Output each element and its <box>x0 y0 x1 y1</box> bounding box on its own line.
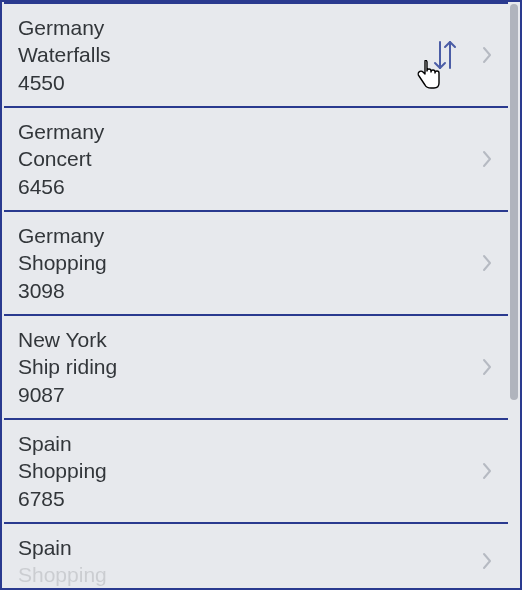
list-item-text: Spain Shopping 6785 <box>18 430 480 512</box>
chevron-right-icon <box>480 356 494 378</box>
value-label: 6456 <box>18 173 480 200</box>
value-label: 4550 <box>18 69 432 96</box>
list-item-text: Germany Concert 6456 <box>18 118 480 200</box>
list-frame: Germany Waterfalls 4550 <box>0 0 522 590</box>
activity-label: Concert <box>18 145 480 172</box>
value-label: 3098 <box>18 277 480 304</box>
activity-label: Shopping <box>18 249 480 276</box>
list-item-text: Germany Shopping 3098 <box>18 222 480 304</box>
list-container: Germany Waterfalls 4550 <box>4 2 508 588</box>
list-item-text: Germany Waterfalls 4550 <box>18 14 432 96</box>
list-item-text: New York Ship riding 9087 <box>18 326 480 408</box>
list-item[interactable]: Germany Waterfalls 4550 <box>4 2 508 108</box>
chevron-right-icon <box>480 44 494 66</box>
location-label: Germany <box>18 222 480 249</box>
list-item-text: Spain Shopping <box>18 534 480 588</box>
value-label: 9087 <box>18 381 480 408</box>
location-label: Germany <box>18 14 432 41</box>
location-label: New York <box>18 326 480 353</box>
chevron-right-icon <box>480 550 494 572</box>
location-label: Germany <box>18 118 480 145</box>
chevron-right-icon <box>480 148 494 170</box>
list-item[interactable]: Germany Concert 6456 <box>4 106 508 212</box>
activity-label: Ship riding <box>18 353 480 380</box>
activity-label: Shopping <box>18 561 480 588</box>
location-label: Spain <box>18 534 480 561</box>
chevron-right-icon <box>480 252 494 274</box>
list-item[interactable]: Spain Shopping 6785 <box>4 418 508 524</box>
list-item[interactable]: Spain Shopping <box>4 522 508 588</box>
chevron-right-icon <box>480 460 494 482</box>
value-label: 6785 <box>18 485 480 512</box>
scrollbar-thumb[interactable] <box>510 4 518 400</box>
activity-label: Shopping <box>18 457 480 484</box>
list-item[interactable]: New York Ship riding 9087 <box>4 314 508 420</box>
location-label: Spain <box>18 430 480 457</box>
scrollbar[interactable] <box>510 4 518 586</box>
list-item[interactable]: Germany Shopping 3098 <box>4 210 508 316</box>
activity-label: Waterfalls <box>18 41 432 68</box>
sort-icon[interactable] <box>432 39 458 71</box>
